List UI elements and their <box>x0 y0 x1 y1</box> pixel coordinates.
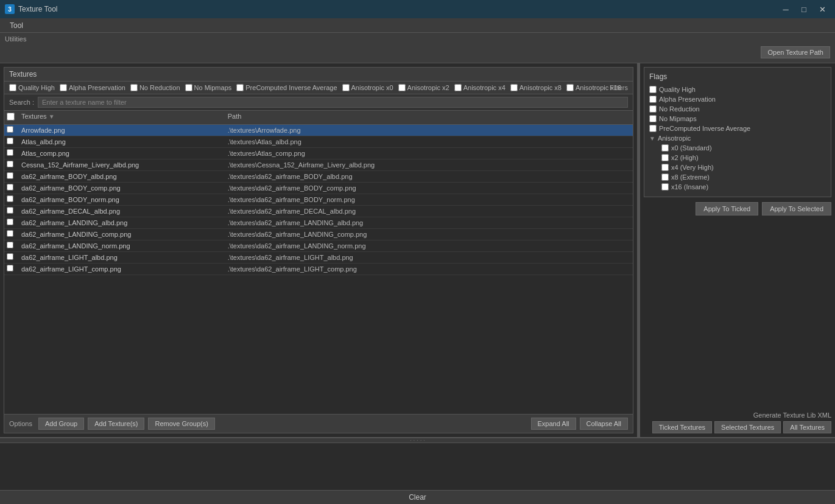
table-row[interactable]: Atlas_comp.png .\textures\Atlas_comp.png <box>4 148 633 159</box>
clear-button[interactable]: Clear <box>2 493 833 502</box>
row-checkbox-col <box>4 195 19 204</box>
row-checkbox-8[interactable] <box>7 219 13 225</box>
search-input[interactable] <box>38 97 628 108</box>
row-checkbox-col <box>4 138 19 146</box>
filter-aniso8-checkbox[interactable] <box>510 84 518 91</box>
row-path: .\textures\da62_airframe_LANDING_albd.pn… <box>225 219 633 226</box>
remove-groups-button[interactable]: Remove Group(s) <box>148 418 214 430</box>
options-bar: Options Add Group Add Texture(s) Remove … <box>4 414 633 433</box>
flag-aniso-x2-checkbox[interactable] <box>661 154 669 161</box>
table-row[interactable]: Cessna_152_Airframe_Livery_albd.png .\te… <box>4 159 633 171</box>
table-row[interactable]: Atlas_albd.png .\textures\Atlas_albd.png <box>4 136 633 148</box>
flag-aniso-x0-checkbox[interactable] <box>661 144 669 152</box>
textures-section-header: Textures <box>4 68 633 82</box>
row-path: .\textures\Arrowfade.png <box>225 127 633 134</box>
row-checkbox-7[interactable] <box>7 207 13 214</box>
apply-to-ticked-button[interactable]: Apply To Ticked <box>696 202 758 215</box>
maximize-button[interactable]: □ <box>796 3 812 15</box>
flag-alpha-preservation-checkbox[interactable] <box>649 96 657 103</box>
row-checkbox-col <box>4 219 19 227</box>
table-row[interactable]: da62_airframe_LIGHT_albd.png .\textures\… <box>4 252 633 264</box>
texture-table[interactable]: Textures ▼ Path Arrowfade.png .\textures… <box>4 111 633 414</box>
table-row[interactable]: da62_airframe_LANDING_albd.png .\texture… <box>4 217 633 229</box>
row-checkbox-12[interactable] <box>7 265 13 271</box>
flag-aniso-x2-label: x2 (High) <box>671 154 699 161</box>
row-checkbox-1[interactable] <box>7 138 13 144</box>
row-checkbox-col <box>4 161 19 169</box>
bottom-drag-handle[interactable]: · · · · · <box>0 438 835 443</box>
options-label: Options <box>9 420 32 427</box>
flag-no-reduction-checkbox[interactable] <box>649 105 657 113</box>
row-checkbox-5[interactable] <box>7 184 13 191</box>
table-row[interactable]: da62_airframe_LIGHT_comp.png .\textures\… <box>4 264 633 275</box>
filter-aniso0-checkbox[interactable] <box>342 84 350 91</box>
filter-aniso0-label: Anisotropic x0 <box>351 84 393 91</box>
filter-no-reduction: No Reduction <box>130 84 180 91</box>
menu-tool[interactable]: Tool <box>5 20 28 31</box>
row-texture-name: Atlas_albd.png <box>19 138 225 145</box>
row-checkbox-6[interactable] <box>7 195 13 202</box>
row-checkbox-11[interactable] <box>7 253 13 260</box>
add-textures-button[interactable]: Add Texture(s) <box>88 418 144 430</box>
flag-aniso-x4-checkbox[interactable] <box>661 164 669 171</box>
table-row[interactable]: da62_airframe_DECAL_albd.png .\textures\… <box>4 206 633 217</box>
select-all-checkbox[interactable] <box>7 113 15 121</box>
table-row[interactable]: da62_airframe_LANDING_comp.png .\texture… <box>4 229 633 240</box>
table-row[interactable]: da62_airframe_LANDING_norm.png .\texture… <box>4 240 633 252</box>
table-row[interactable]: da62_airframe_BODY_albd.png .\textures\d… <box>4 171 633 183</box>
selected-textures-button[interactable]: Selected Textures <box>714 421 781 433</box>
flag-aniso-x16-checkbox[interactable] <box>661 183 669 191</box>
header-path-label: Path <box>228 113 242 120</box>
all-textures-button[interactable]: All Textures <box>783 421 831 433</box>
flag-aniso-x2: x2 (High) <box>649 153 826 163</box>
flag-precomputed-checkbox[interactable] <box>649 125 657 132</box>
flag-no-mipmaps-checkbox[interactable] <box>649 115 657 122</box>
flag-aniso-x0-label: x0 (Standard) <box>671 144 712 152</box>
row-checkbox-0[interactable] <box>7 126 13 133</box>
row-checkbox-4[interactable] <box>7 172 13 179</box>
row-texture-name: da62_airframe_BODY_norm.png <box>19 196 225 203</box>
apply-to-selected-button[interactable]: Apply To Selected <box>762 202 831 215</box>
anisotropic-group-label: Anisotropic <box>658 135 691 142</box>
row-checkbox-col <box>4 265 19 273</box>
row-checkbox-3[interactable] <box>7 161 13 167</box>
add-group-button[interactable]: Add Group <box>38 418 84 430</box>
table-row[interactable]: da62_airframe_BODY_norm.png .\textures\d… <box>4 194 633 206</box>
filter-no-mipmaps: No Mipmaps <box>185 84 232 91</box>
ticked-textures-button[interactable]: Ticked Textures <box>652 421 712 433</box>
collapse-all-button[interactable]: Collapse All <box>580 418 628 430</box>
row-texture-name: da62_airframe_LANDING_albd.png <box>19 219 225 226</box>
filter-quality-high-checkbox[interactable] <box>9 84 16 91</box>
filter-aniso16-checkbox[interactable] <box>566 84 574 91</box>
flag-quality-high-checkbox[interactable] <box>649 86 657 93</box>
flag-aniso-x8-label: x8 (Extreme) <box>671 173 710 181</box>
row-texture-name: da62_airframe_LIGHT_albd.png <box>19 254 225 261</box>
flag-alpha-preservation-label: Alpha Preservation <box>659 96 716 103</box>
table-row[interactable]: Arrowfade.png .\textures\Arrowfade.png <box>4 125 633 136</box>
row-checkbox-2[interactable] <box>7 149 13 156</box>
filter-aniso2-checkbox[interactable] <box>398 84 406 91</box>
title-text: Texture Tool <box>18 5 57 13</box>
filter-no-reduction-checkbox[interactable] <box>130 84 138 91</box>
row-checkbox-10[interactable] <box>7 242 13 248</box>
filter-no-mipmaps-label: No Mipmaps <box>194 84 232 91</box>
open-texture-path-button[interactable]: Open Texture Path <box>761 46 830 58</box>
left-panel: Textures Filters Quality High Alpha Pres… <box>0 63 638 437</box>
filter-alpha-preservation-label: Alpha Preservation <box>69 84 125 91</box>
row-checkbox-9[interactable] <box>7 230 13 237</box>
filter-aniso4-checkbox[interactable] <box>454 84 462 91</box>
header-path-col[interactable]: Path <box>225 113 633 122</box>
filter-no-reduction-label: No Reduction <box>139 84 180 91</box>
minimize-button[interactable]: ─ <box>778 3 794 15</box>
header-textures-label: Textures <box>21 113 47 120</box>
filter-no-mipmaps-checkbox[interactable] <box>185 84 192 91</box>
table-row[interactable]: da62_airframe_BODY_comp.png .\textures\d… <box>4 183 633 194</box>
flag-aniso-x0: x0 (Standard) <box>649 143 826 153</box>
filter-precomputed-checkbox[interactable] <box>236 84 244 91</box>
close-button[interactable]: ✕ <box>814 3 830 15</box>
expand-all-button[interactable]: Expand All <box>531 418 576 430</box>
clear-bar: Clear <box>0 490 835 504</box>
header-textures-col[interactable]: Textures ▼ <box>19 113 225 122</box>
flag-aniso-x8-checkbox[interactable] <box>661 173 669 181</box>
filter-alpha-preservation-checkbox[interactable] <box>60 84 67 91</box>
